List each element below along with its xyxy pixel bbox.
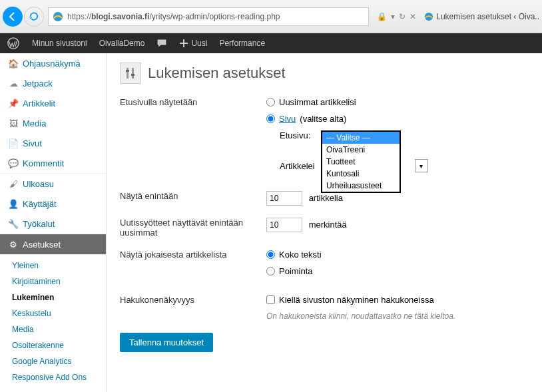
svg-rect-4 [132,68,134,79]
comments-icon: 💬 [8,158,19,168]
refresh-icon [29,12,39,21]
media-icon: 🖼 [8,118,19,128]
label-frontpage: Etusivulla näytetään [120,97,266,107]
stop-icon[interactable]: ✕ [409,12,416,21]
ie-icon [53,11,63,22]
dashboard-icon: 🏠 [8,58,19,69]
seo-hint: On hakukoneista kiinni, noudattavatko ne… [266,311,529,321]
label-show-most: Näytä enintään [120,191,266,201]
lock-icon: 🔒 [377,12,387,21]
url-input[interactable]: https:// blogi.savonia.fi /yritys/wp-adm… [48,7,369,26]
page-title-row: Lukemisen asetukset [120,63,529,84]
suffix-show-most: artikkelia [309,193,343,203]
radio-latest-posts-label: Uusimmat artikkelisi [279,97,356,107]
radio-latest-posts[interactable] [266,98,275,106]
checkbox-discourage-search[interactable] [266,295,275,304]
sidebar-sub-item[interactable]: Kirjoittaminen [0,274,106,290]
sidebar-sub-item[interactable]: Media [0,321,106,337]
url-scheme: https:// [67,12,91,21]
label-postspage-select: Artikkelei [280,161,315,171]
radio-excerpt[interactable] [266,267,275,276]
dropdown-option[interactable]: OivaTreeni [322,144,400,156]
sidebar-item-label: Jetpack [23,79,53,89]
browser-tab[interactable]: Lukemisen asetukset ‹ Oiva.. [424,12,539,21]
settings-icon: ⚙ [8,239,19,250]
dropdown-option[interactable]: Kuntosali [322,168,400,180]
adminbar-site[interactable]: Minun sivustoni [32,39,87,48]
save-button[interactable]: Tallenna muutokset [120,333,213,352]
sliders-icon [120,63,141,84]
input-show-most[interactable] [266,191,302,206]
sidebar-item-label: Media [23,118,46,128]
radio-static-page-link[interactable]: Sivu [279,114,296,124]
sidebar-sub-item[interactable]: Lukeminen [0,290,106,305]
adminbar-demo[interactable]: OivallaDemo [99,39,145,48]
sidebar-sub-item[interactable]: Yleinen [0,258,106,274]
suffix-feeds: merkintää [309,220,347,230]
pages-icon: 📄 [8,138,19,148]
cert-icon: ▾ [391,12,395,21]
sidebar-item-comments[interactable]: 💬Kommentit [0,153,106,173]
comment-icon [156,38,167,49]
sidebar-item-label: Artikkelit [23,98,55,108]
admin-sidebar: 🏠Ohjausnäkymä☁Jetpack📌Artikkelit🖼Media📄S… [0,53,107,392]
users-icon: 👤 [8,198,19,209]
wordpress-icon [7,37,19,49]
radio-full-text-label: Koko teksti [279,250,322,260]
wp-admin-bar: Minun sivustoni OivallaDemo Uusi Perform… [0,33,542,53]
dropdown-option[interactable]: Urheiluasusteet [322,180,400,192]
adminbar-new[interactable]: Uusi [179,39,207,48]
wp-logo[interactable] [7,37,20,50]
posts-icon: 📌 [8,98,19,108]
refresh2-icon[interactable]: ↻ [399,12,406,21]
svg-rect-5 [126,70,129,72]
sidebar-sub-item[interactable]: Responsive Add Ons [0,369,106,385]
arrow-left-icon [7,11,18,22]
sidebar-item-label: Ulkoasu [23,179,54,189]
sidebar-item-settings[interactable]: ⚙Asetukset [0,234,106,254]
url-path: /yritys/wp-admin/options-reading.php [149,12,280,21]
dropdown-option[interactable]: — Valitse — [322,132,400,144]
radio-excerpt-label: Poiminta [279,266,313,276]
sidebar-item-label: Kommentit [23,158,64,168]
browser-back-button[interactable] [3,7,23,27]
radio-full-text[interactable] [266,250,275,259]
radio-static-page[interactable] [266,114,275,123]
appearance-icon: 🖌 [8,178,19,189]
page-title: Lukemisen asetukset [148,65,286,82]
sidebar-item-label: Työkalut [23,219,55,229]
label-each-article: Näytä jokaisesta artikkelista [120,250,266,260]
sidebar-item-pages[interactable]: 📄Sivut [0,133,106,153]
adminbar-comments[interactable] [156,38,167,49]
browser-right-icons: 🔒 ▾ ↻ ✕ [373,12,420,21]
browser-tab-title: Lukemisen asetukset ‹ Oiva.. [436,12,539,21]
sidebar-item-media[interactable]: 🖼Media [0,113,106,133]
browser-toolbar: https:// blogi.savonia.fi /yritys/wp-adm… [0,0,542,33]
frontpage-dropdown-open[interactable]: — Valitse —OivaTreeniTuotteetKuntosaliUr… [321,130,401,193]
checkbox-discourage-label: Kiellä sivuston näkyminen hakukoneissa [279,295,434,305]
tools-icon: 🔧 [8,218,19,229]
sidebar-item-users[interactable]: 👤Käyttäjät [0,194,106,214]
svg-rect-3 [127,68,129,79]
label-frontpage-select: Etusivu: [280,130,310,140]
sidebar-sub-item[interactable]: Keskustelu [0,305,106,321]
sidebar-item-https[interactable]: ◆ HTTPS [0,388,106,392]
sidebar-item-posts[interactable]: 📌Artikkelit [0,93,106,113]
plus-icon [179,39,188,48]
adminbar-performance[interactable]: Performance [219,39,265,48]
sidebar-item-dashboard[interactable]: 🏠Ohjausnäkymä [0,53,106,73]
main-content: Lukemisen asetukset Etusivulla näytetään… [107,53,542,392]
label-feeds: Uutissyötteet näyttävät enintään uusimma… [120,218,266,238]
label-seo: Hakukonenäkyvyys [120,295,266,305]
sidebar-item-appearance[interactable]: 🖌Ulkoasu [0,174,106,194]
dropdown-option[interactable]: Tuotteet [322,156,400,168]
browser-refresh-button[interactable] [24,7,44,27]
sidebar-item-label: Asetukset [23,240,61,250]
sidebar-item-tools[interactable]: 🔧Työkalut [0,214,106,234]
sidebar-item-jetpack[interactable]: ☁Jetpack [0,73,106,93]
input-feeds[interactable] [266,218,302,232]
jetpack-icon: ☁ [8,78,19,89]
sidebar-sub-item[interactable]: Osoiterakenne [0,337,106,353]
postspage-select-arrow[interactable]: ▾ [415,159,428,172]
sidebar-sub-item[interactable]: Google Analytics [0,353,106,369]
